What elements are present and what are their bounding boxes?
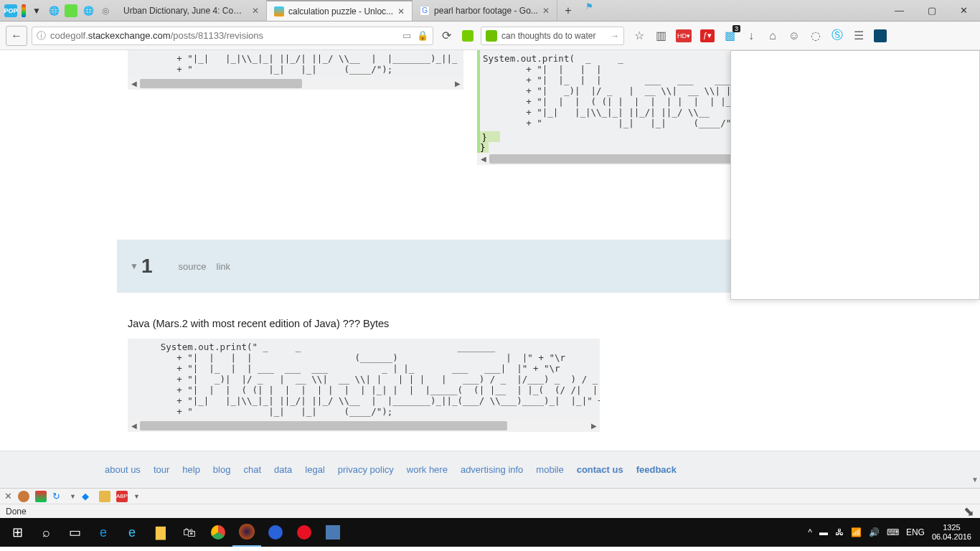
search-engine-icon[interactable] <box>486 30 497 42</box>
footer-chat[interactable]: chat <box>243 464 261 475</box>
globe-icon-2[interactable]: 🌐 <box>82 4 95 17</box>
popup-panel[interactable] <box>730 50 980 300</box>
skype-icon[interactable]: Ⓢ <box>831 29 844 42</box>
home-icon[interactable] <box>459 27 476 44</box>
explorer-icon[interactable]: ▇ <box>146 518 175 547</box>
footer-contact[interactable]: contact us <box>577 464 623 475</box>
tray-chevron-icon[interactable]: ^ <box>808 527 812 537</box>
lock-icon[interactable]: 🔒 <box>417 30 428 41</box>
back-button[interactable]: ← <box>6 26 27 46</box>
close-icon[interactable]: ✕ <box>252 6 259 16</box>
swirl-icon[interactable]: ◎ <box>99 4 112 17</box>
bookmark-icon[interactable]: ◆ <box>82 491 93 502</box>
google-icon: G <box>420 6 430 16</box>
colorbar-icon[interactable] <box>35 491 47 502</box>
scroll-left-icon[interactable]: ◀ <box>477 153 489 165</box>
tab-calculation-puzzle[interactable]: calculation puzzle - Unloc... ✕ <box>267 0 413 21</box>
bookmark-star-icon[interactable]: ☆ <box>633 29 646 42</box>
reload-button[interactable]: ⟳ <box>438 27 455 44</box>
tray-wifi-icon[interactable]: 📶 <box>851 527 862 537</box>
minimize-button[interactable]: — <box>883 0 915 22</box>
tray-volume-icon[interactable]: 🔊 <box>869 527 880 537</box>
footer-advertising[interactable]: advertising info <box>461 464 523 475</box>
close-icon[interactable]: ✕ <box>397 6 405 17</box>
notification-icon[interactable]: ▩3 <box>723 29 736 42</box>
info-icon[interactable]: ⓘ <box>37 29 46 42</box>
cookie-icon[interactable] <box>18 491 29 502</box>
collapse-icon[interactable]: ▼ <box>130 261 138 271</box>
close-window-button[interactable]: ✕ <box>948 0 980 22</box>
sync-icon[interactable]: ◌ <box>809 29 822 42</box>
scroll-left-icon[interactable]: ◀ <box>128 420 140 432</box>
hd-icon[interactable]: HD▾ <box>676 29 692 42</box>
footer-about[interactable]: about us <box>105 464 141 475</box>
source-link[interactable]: source <box>178 261 206 272</box>
resize-grip-icon[interactable]: ⬊ <box>963 504 974 519</box>
close-icon[interactable]: ✕ <box>542 6 550 16</box>
permalink[interactable]: link <box>217 261 231 272</box>
scroll-right-icon[interactable]: ▶ <box>588 420 600 432</box>
search-bar[interactable]: can thoughts do to water → <box>481 27 624 45</box>
reader-icon[interactable]: ▭ <box>402 30 411 41</box>
library-icon[interactable]: ▥ <box>654 29 667 42</box>
horizontal-scrollbar[interactable]: ◀ ▶ <box>128 77 463 90</box>
ie-icon[interactable]: e <box>118 518 146 547</box>
search-icon[interactable]: ⌕ <box>32 518 60 547</box>
dropdown-icon[interactable]: ▼ <box>133 493 140 500</box>
maximize-button[interactable]: ▢ <box>915 0 948 22</box>
opera-icon[interactable] <box>290 518 319 547</box>
url-bar[interactable]: ⓘ codegolf.stackexchange.com/posts/81133… <box>32 27 433 45</box>
v-icon[interactable]: ▼ <box>30 4 43 17</box>
scroll-down-icon[interactable]: ▼ <box>971 476 979 484</box>
home-icon[interactable]: ⌂ <box>766 29 779 42</box>
tab-pearl-harbor[interactable]: G pearl harbor footage - Go... ✕ <box>413 0 557 21</box>
scroll-right-icon[interactable]: ▶ <box>451 77 463 90</box>
taskview-icon[interactable]: ▭ <box>60 518 89 547</box>
pin-icon[interactable] <box>22 4 26 17</box>
flash-icon[interactable]: ƒ▾ <box>700 29 715 42</box>
search-text: can thoughts do to water <box>501 31 595 41</box>
tray-keyboard-icon[interactable]: ⌨ <box>887 527 899 537</box>
tray-network-icon[interactable]: 🖧 <box>835 527 844 537</box>
store-icon[interactable]: 🛍 <box>175 518 204 547</box>
face-icon[interactable] <box>65 4 77 17</box>
footer-tour[interactable]: tour <box>154 464 169 475</box>
footer-data[interactable]: data <box>274 464 292 475</box>
folder-icon[interactable] <box>99 491 110 502</box>
navigation-bar: ← ⓘ codegolf.stackexchange.com/posts/811… <box>0 22 980 50</box>
firefox-icon[interactable] <box>232 518 261 547</box>
footer-mobile[interactable]: mobile <box>536 464 563 475</box>
footer-feedback[interactable]: feedback <box>636 464 677 475</box>
footer-legal[interactable]: legal <box>305 464 324 475</box>
globe-icon[interactable]: 🌐 <box>47 4 60 17</box>
footer-blog[interactable]: blog <box>213 464 231 475</box>
sync-icon[interactable]: ↻ <box>52 491 64 502</box>
go-icon[interactable]: → <box>611 31 619 41</box>
horizontal-scrollbar[interactable]: ◀ ▶ <box>128 420 600 432</box>
footer-privacy[interactable]: privacy policy <box>338 464 394 475</box>
edge-icon[interactable]: e <box>89 518 118 547</box>
chrome-icon[interactable] <box>204 518 232 547</box>
start-button[interactable]: ⊞ <box>3 518 32 547</box>
smiley-icon[interactable]: ☺ <box>788 29 801 42</box>
abp-icon[interactable]: ABP <box>116 491 128 502</box>
footer-work-here[interactable]: work here <box>407 464 448 475</box>
new-tab-button[interactable]: + <box>557 0 579 21</box>
app-icon[interactable] <box>261 518 290 547</box>
tray-language[interactable]: ENG <box>906 527 925 537</box>
tab-urban-dictionary[interactable]: Urban Dictionary, June 4: Com... ✕ <box>116 0 267 21</box>
tray-clock[interactable]: 1325 06.04.2016 <box>932 523 971 542</box>
status-text: Done <box>6 507 27 517</box>
close-addonbar-icon[interactable]: ✕ <box>4 491 12 501</box>
app2-icon[interactable] <box>319 518 347 547</box>
stackexchange-icon <box>274 6 284 17</box>
footer-help[interactable]: help <box>182 464 200 475</box>
downloads-icon[interactable]: ↓ <box>745 29 758 42</box>
pocket-icon[interactable] <box>874 29 887 42</box>
diff-old-code: + "|_| |_|\\_|_| ||_/| ||_/ \\__ | |____… <box>128 50 463 90</box>
flag-icon[interactable]: ⚑ <box>583 0 596 13</box>
scroll-left-icon[interactable]: ◀ <box>128 77 140 90</box>
dropdown-icon[interactable]: ▼ <box>70 493 76 500</box>
tray-battery-icon[interactable]: ▬ <box>819 527 828 537</box>
menu-icon[interactable]: ☰ <box>852 29 865 42</box>
